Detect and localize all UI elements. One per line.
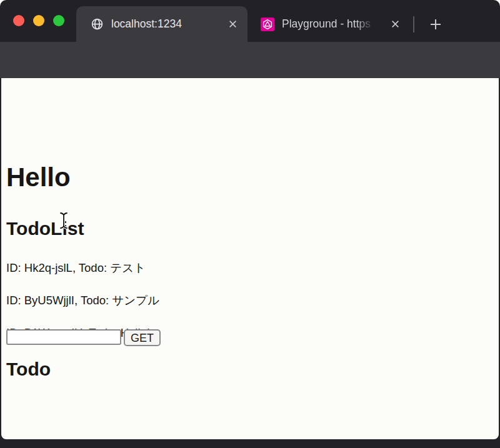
graphql-playground-icon — [261, 17, 274, 31]
todo-item: ID: ByU5WjjlI, Todo: サンプル — [6, 294, 159, 307]
todo-form-heading: Todo — [6, 359, 51, 381]
todo-form: GET — [6, 329, 161, 346]
tab-playground[interactable]: Playground - https — [248, 6, 414, 42]
browser-window: localhost:1234 Playground - https — [0, 0, 500, 448]
globe-icon — [91, 17, 104, 31]
zoom-window-button[interactable] — [53, 15, 64, 26]
page-title: Hello — [6, 162, 71, 192]
text-cursor-icon — [59, 211, 69, 232]
todo-item: ID: Hk2q-jslL, Todo: テスト — [6, 261, 146, 275]
close-tab-icon[interactable] — [228, 19, 238, 29]
toolbar: localhost:1234 A G Y — [0, 42, 500, 78]
tab-title: Playground - https — [282, 17, 377, 31]
minimize-window-button[interactable] — [33, 15, 44, 26]
tab-title: localhost:1234 — [111, 17, 182, 31]
tab-localhost[interactable]: localhost:1234 — [76, 6, 248, 42]
traffic-lights — [13, 15, 64, 26]
get-button[interactable]: GET — [124, 329, 161, 346]
close-tab-icon[interactable] — [391, 19, 400, 29]
close-window-button[interactable] — [13, 15, 24, 26]
new-tab-button[interactable] — [429, 18, 442, 31]
tab-divider — [413, 16, 414, 32]
todolist-heading: TodoList — [6, 218, 84, 240]
page-content: Hello TodoList ID: Hk2q-jslL, Todo: テスト … — [1, 78, 499, 439]
todo-input[interactable] — [6, 329, 121, 345]
tab-strip: localhost:1234 Playground - https — [0, 0, 500, 42]
